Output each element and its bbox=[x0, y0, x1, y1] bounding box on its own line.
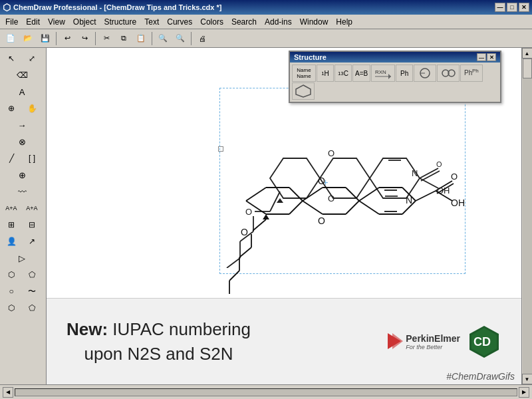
tool-orbital[interactable]: 👤 bbox=[1, 233, 21, 249]
new-button[interactable]: 📄 bbox=[3, 31, 19, 46]
tool-query[interactable]: ⊟ bbox=[22, 217, 42, 233]
save-button[interactable]: 💾 bbox=[37, 31, 53, 46]
palette-title-bar[interactable]: Structure — ✕ bbox=[290, 52, 500, 63]
menu-text[interactable]: Text bbox=[140, 16, 163, 28]
svg-text:O: O bbox=[241, 227, 248, 237]
tool-line[interactable]: ╱ bbox=[1, 150, 21, 166]
hashtag-text: #ChemDrawGifs bbox=[446, 371, 515, 382]
palette-rxn2-btn[interactable]: RXN bbox=[371, 65, 395, 82]
canvas-area[interactable]: Structure — ✕ Name Name 1H 13C bbox=[47, 48, 521, 384]
tool-erase[interactable]: ⌫ bbox=[1, 67, 43, 83]
title-bar-controls[interactable]: — □ ✕ bbox=[495, 3, 529, 12]
toolbar-separator-2 bbox=[95, 32, 96, 45]
palette-title-label: Structure bbox=[294, 53, 327, 61]
palette-13c-btn[interactable]: 13C bbox=[334, 65, 352, 82]
menu-search[interactable]: Search bbox=[227, 16, 261, 28]
tool-hand[interactable]: ✋ bbox=[22, 100, 42, 116]
menu-colors[interactable]: Colors bbox=[196, 16, 227, 28]
tool-arrow2[interactable]: ↗ bbox=[22, 233, 42, 249]
svg-text:CD: CD bbox=[473, 335, 491, 348]
right-scrollbar[interactable]: ▲ ▼ bbox=[521, 48, 532, 384]
tool-wavy[interactable]: 〰 bbox=[1, 184, 43, 200]
print-button[interactable]: 🖨 bbox=[194, 31, 210, 46]
tool-select-lasso[interactable]: ⤢ bbox=[22, 51, 42, 66]
scroll-left-button[interactable]: ◀ bbox=[3, 387, 13, 398]
zoom-out-button[interactable]: 🔍 bbox=[172, 31, 188, 46]
tool-bond[interactable]: → bbox=[1, 117, 43, 133]
palette-close[interactable]: ✕ bbox=[487, 53, 496, 61]
menu-view[interactable]: View bbox=[44, 16, 69, 28]
close-button[interactable]: ✕ bbox=[519, 3, 529, 12]
scroll-track-horizontal[interactable] bbox=[15, 388, 517, 396]
tool-arrow3[interactable]: ▷ bbox=[1, 250, 43, 266]
tool-curve[interactable]: 〜 bbox=[22, 283, 42, 299]
paste-button[interactable]: 📋 bbox=[133, 31, 149, 46]
tool-ring6[interactable]: ⬡ bbox=[1, 267, 21, 283]
restore-button[interactable]: □ bbox=[507, 3, 517, 12]
svg-text:O: O bbox=[318, 176, 325, 186]
menu-edit[interactable]: Edit bbox=[22, 16, 44, 28]
undo-button[interactable]: ↩ bbox=[59, 31, 75, 46]
menu-window[interactable]: Window bbox=[296, 16, 332, 28]
perkin-slogan: For the Better bbox=[406, 344, 460, 350]
svg-line-68 bbox=[239, 247, 251, 257]
svg-line-38 bbox=[289, 201, 303, 214]
menu-object[interactable]: Object bbox=[69, 16, 100, 28]
tool-ring-aro[interactable]: ⬡ bbox=[1, 300, 21, 316]
palette-misc2-btn[interactable] bbox=[437, 65, 460, 82]
svg-marker-64 bbox=[263, 214, 269, 219]
tool-ring-small[interactable]: ⬠ bbox=[22, 300, 42, 316]
toolbar-separator-4 bbox=[191, 32, 192, 45]
tool-atom[interactable]: ⊕ bbox=[1, 167, 43, 183]
tool-table[interactable]: ⊞ bbox=[1, 217, 21, 233]
palette-misc4-btn[interactable] bbox=[292, 82, 315, 100]
cut-button[interactable]: ✂ bbox=[98, 31, 114, 46]
palette-controls[interactable]: — ✕ bbox=[477, 53, 496, 61]
svg-line-65 bbox=[253, 219, 266, 231]
palette-name-btn[interactable]: Name Name bbox=[292, 65, 316, 82]
tool-nickname2[interactable]: A+A bbox=[22, 200, 42, 216]
tool-bracket[interactable]: [ ] bbox=[22, 150, 42, 166]
tool-ring5[interactable]: ⬠ bbox=[22, 267, 42, 283]
tool-select-arrow[interactable]: ↖ bbox=[1, 51, 21, 66]
main-text-line2: upon N2S and S2N bbox=[84, 344, 233, 364]
menu-addins[interactable]: Add-ins bbox=[261, 16, 296, 28]
svg-line-43 bbox=[346, 188, 359, 201]
scroll-up-button[interactable]: ▲ bbox=[522, 48, 533, 59]
perkinelmer-logo: PerkinElmer For the Better bbox=[384, 330, 460, 353]
bold-new: New: bbox=[66, 319, 108, 339]
palette-misc1-btn[interactable] bbox=[414, 65, 436, 82]
scroll-track-vertical[interactable] bbox=[523, 59, 532, 374]
menu-structure[interactable]: Structure bbox=[100, 16, 141, 28]
palette-rxn-btn[interactable]: A=B bbox=[352, 65, 370, 82]
scroll-right-button[interactable]: ▶ bbox=[519, 387, 529, 398]
menu-help[interactable]: Help bbox=[332, 16, 356, 28]
tool-magnify[interactable]: ⊕ bbox=[1, 100, 21, 116]
svg-line-70 bbox=[229, 271, 239, 281]
tool-chain[interactable]: ⊗ bbox=[1, 134, 43, 150]
scroll-thumb-vertical[interactable] bbox=[523, 59, 532, 78]
main-text-line1: IUPAC numbering bbox=[112, 319, 251, 339]
logos-container: PerkinElmer For the Better CD bbox=[384, 325, 501, 359]
tool-nickname[interactable]: A+A bbox=[1, 200, 21, 216]
palette-ph-btn[interactable]: Ph bbox=[396, 65, 413, 82]
palette-misc3-btn[interactable]: Ph Ph bbox=[460, 65, 483, 82]
copy-button[interactable]: ⧉ bbox=[116, 31, 132, 46]
palette-1h-btn[interactable]: 1H bbox=[317, 65, 334, 82]
toolbar-separator-1 bbox=[56, 32, 57, 45]
horizontal-scroll-container[interactable]: ◀ ▶ bbox=[3, 387, 529, 398]
tool-text[interactable]: A bbox=[1, 84, 43, 100]
scroll-down-button[interactable]: ▼ bbox=[522, 374, 533, 384]
tool-ring-circle[interactable]: ○ bbox=[1, 283, 21, 299]
minimize-button[interactable]: — bbox=[495, 3, 505, 12]
menu-curves[interactable]: Curves bbox=[163, 16, 196, 28]
palette-minimize[interactable]: — bbox=[477, 53, 486, 61]
app-title: ChemDraw Professional - [ChemDraw Tips a… bbox=[13, 3, 221, 11]
menu-file[interactable]: File bbox=[1, 16, 22, 28]
redo-button[interactable]: ↪ bbox=[76, 31, 92, 46]
structure-palette: Structure — ✕ Name Name 1H 13C bbox=[289, 51, 501, 103]
open-button[interactable]: 📂 bbox=[20, 31, 36, 46]
svg-text:O: O bbox=[451, 172, 458, 182]
cd-logo-svg: CD bbox=[467, 325, 501, 359]
zoom-in-button[interactable]: 🔍 bbox=[155, 31, 171, 46]
